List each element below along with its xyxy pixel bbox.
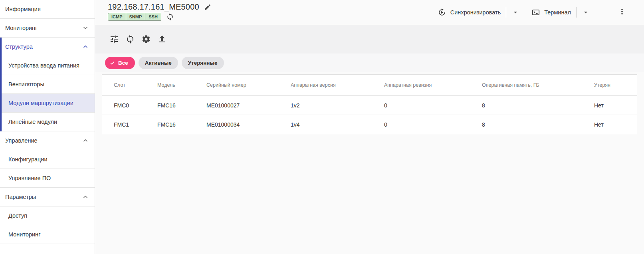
sidebar-item-label: Линейные модули (8, 119, 57, 125)
sidebar-item-label: Управление (5, 137, 38, 144)
cell-model: FMC16 (157, 102, 206, 109)
sync-dropdown-caret[interactable] (511, 8, 519, 16)
chevron-down-icon (81, 24, 89, 32)
cell-slot: FMC1 (114, 121, 157, 128)
synchronize-label: Синхронизировать (450, 9, 501, 16)
sidebar-item-software-management[interactable]: Управление ПО (0, 169, 95, 188)
protocol-badge-ssh: SSH (145, 13, 161, 21)
sidebar-item-label: Конфигурации (8, 156, 48, 163)
synchronize-button[interactable]: Синхронизировать (438, 8, 501, 17)
modules-table: Слот Модель Серийный номер Аппаратная ве… (102, 74, 637, 134)
table-header-row: Слот Модель Серийный номер Аппаратная ве… (102, 74, 637, 96)
cell-lost: Нет (594, 102, 637, 109)
device-title-block: 192.168.17.161_ME5000 ICMP SNMP SSH (108, 0, 211, 25)
sidebar-item-routing-modules[interactable]: Модули маршрутизации (2, 94, 95, 113)
sync-icon (166, 13, 174, 21)
terminal-button[interactable]: Терминал (531, 8, 571, 17)
app-window: Информация Мониторинг Структура Устройст… (0, 0, 644, 254)
chevron-up-icon (81, 193, 89, 201)
protocol-badges: ICMP SNMP SSH (108, 13, 211, 21)
sidebar-group-monitoring[interactable]: Мониторинг (0, 19, 95, 38)
sidebar-item-label: Управление ПО (8, 175, 51, 181)
chevron-up-icon (81, 137, 89, 145)
cell-serial: ME01000027 (206, 102, 291, 109)
sidebar: Информация Мониторинг Структура Устройст… (0, 0, 95, 254)
cell-hw-revision: 0 (384, 121, 482, 128)
tune-icon[interactable] (109, 34, 119, 44)
divider (506, 7, 506, 18)
column-header-hw-revision: Аппаратная ревизия (384, 82, 482, 88)
divider (576, 7, 577, 18)
sidebar-group-management[interactable]: Управление (0, 131, 95, 150)
cell-slot: FMC0 (114, 102, 157, 109)
column-header-model: Модель (157, 82, 206, 88)
sidebar-item-information[interactable]: Информация (0, 0, 95, 19)
sidebar-item-label: Мониторинг (5, 25, 37, 31)
sidebar-item-label: Устройства ввода питания (8, 62, 79, 69)
column-header-slot: Слот (114, 82, 157, 88)
column-header-hw-version: Аппаратная версия (291, 82, 384, 88)
sidebar-item-label: Структура (5, 44, 33, 50)
kebab-menu-icon (618, 7, 626, 16)
check-icon (109, 60, 115, 66)
table-row[interactable]: FMC1 FMC16 ME01000034 1v4 0 8 Нет (102, 115, 637, 134)
sidebar-item-label: Вентиляторы (8, 81, 44, 87)
table-toolbar (95, 25, 644, 54)
column-header-serial: Серийный номер (206, 82, 291, 88)
filter-chips: Все Активные Утерянные (95, 54, 644, 72)
filter-chip-label: Все (118, 60, 128, 66)
terminal-icon (531, 8, 540, 17)
sidebar-item-label: Информация (5, 6, 41, 12)
column-header-ram: Оперативная память, ГБ (482, 82, 594, 88)
protocol-badge-snmp: SNMP (126, 13, 146, 21)
sidebar-group-structure-expanded: Структура Устройства ввода питания Венти… (0, 38, 95, 131)
sidebar-item-power-input-devices[interactable]: Устройства ввода питания (2, 56, 95, 75)
cell-hw-revision: 0 (384, 102, 482, 109)
column-header-lost: Утерян (594, 82, 637, 88)
chevron-up-icon (81, 43, 89, 51)
sidebar-item-fans[interactable]: Вентиляторы (2, 75, 95, 94)
refresh-protocols-button[interactable] (166, 13, 174, 21)
sidebar-item-monitoring-params[interactable]: Мониторинг (0, 225, 95, 244)
protocol-badge-icmp: ICMP (108, 13, 126, 21)
filter-chip-lost[interactable]: Утерянные (182, 57, 224, 69)
sidebar-item-label: Параметры (5, 194, 36, 200)
cell-hw-version: 1v4 (291, 121, 384, 128)
cell-model: FMC16 (157, 121, 206, 128)
cell-hw-version: 1v2 (291, 102, 384, 109)
content-area: Слот Модель Серийный номер Аппаратная ве… (95, 72, 644, 254)
edit-title-button[interactable] (204, 4, 211, 11)
filter-chip-active[interactable]: Активные (139, 57, 178, 69)
device-header: 192.168.17.161_ME5000 ICMP SNMP SSH (95, 0, 644, 25)
cell-ram: 8 (482, 102, 594, 109)
cell-lost: Нет (594, 121, 637, 128)
sidebar-group-structure[interactable]: Структура (2, 38, 95, 56)
sidebar-item-label: Модули маршрутизации (8, 100, 73, 106)
sidebar-item-label: Мониторинг (8, 231, 40, 238)
filter-chip-all[interactable]: Все (105, 57, 135, 69)
pencil-icon (204, 4, 211, 11)
more-menu-button[interactable] (618, 7, 626, 18)
header-actions: Синхронизировать Терминал (438, 0, 644, 25)
terminal-dropdown-caret[interactable] (582, 8, 590, 16)
sync-play-icon (438, 8, 446, 17)
sidebar-item-line-modules[interactable]: Линейные модули (2, 113, 95, 131)
sidebar-item-configurations[interactable]: Конфигурации (0, 150, 95, 169)
sidebar-group-parameters[interactable]: Параметры (0, 188, 95, 206)
gear-icon[interactable] (141, 34, 151, 44)
main-area: 192.168.17.161_ME5000 ICMP SNMP SSH (95, 0, 644, 254)
sidebar-item-label: Доступ (8, 212, 27, 219)
table-row[interactable]: FMC0 FMC16 ME01000027 1v2 0 8 Нет (102, 96, 637, 115)
refresh-icon[interactable] (125, 34, 135, 44)
upload-icon[interactable] (157, 34, 167, 44)
cell-ram: 8 (482, 121, 594, 128)
terminal-label: Терминал (544, 9, 571, 16)
filter-chip-label: Утерянные (188, 60, 218, 66)
page-title: 192.168.17.161_ME5000 (108, 2, 199, 12)
sidebar-item-access[interactable]: Доступ (0, 206, 95, 225)
cell-serial: ME01000034 (206, 121, 291, 128)
filter-chip-label: Активные (145, 60, 172, 66)
